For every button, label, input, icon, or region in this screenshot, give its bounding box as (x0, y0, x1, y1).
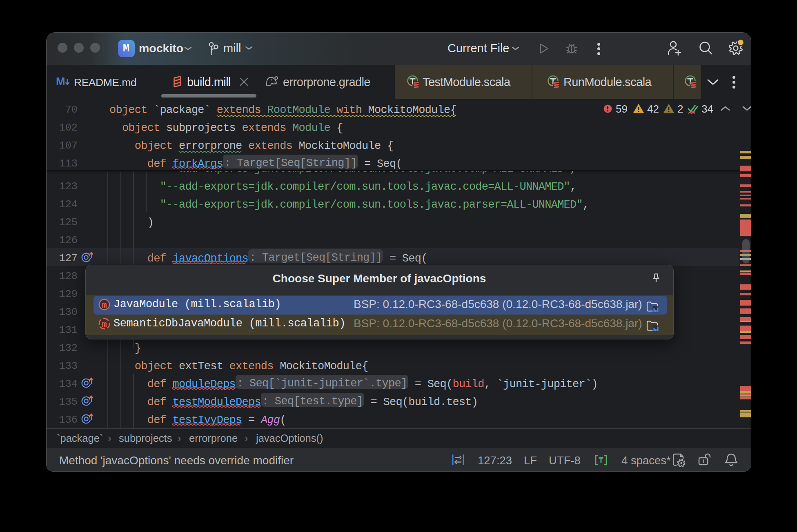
svg-text:M: M (56, 75, 65, 88)
svg-text:m: m (102, 320, 107, 329)
svg-text:m: m (102, 301, 107, 310)
